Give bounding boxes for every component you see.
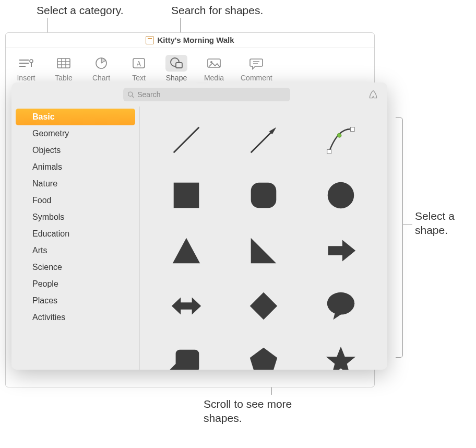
shape-square[interactable] — [165, 174, 207, 216]
svg-rect-2 — [19, 66, 26, 67]
shapes-popover: BasicGeometryObjectsAnimalsNatureFoodSym… — [11, 82, 387, 370]
category-activities[interactable]: Activities — [16, 309, 135, 326]
insert-label: Insert — [17, 74, 35, 82]
svg-rect-26 — [327, 149, 331, 154]
category-food[interactable]: Food — [16, 192, 135, 209]
category-animals[interactable]: Animals — [16, 159, 135, 175]
svg-point-28 — [337, 133, 341, 137]
shape-triangle[interactable] — [165, 230, 207, 272]
svg-marker-35 — [172, 297, 201, 314]
media-icon — [206, 56, 222, 70]
svg-point-3 — [30, 60, 33, 63]
category-places[interactable]: Places — [16, 292, 135, 309]
svg-marker-36 — [250, 292, 277, 320]
svg-rect-1 — [19, 63, 29, 64]
category-science[interactable]: Science — [16, 259, 135, 276]
table-button[interactable]: Table — [53, 55, 75, 82]
window-titlebar: Kitty's Morning Walk — [6, 33, 374, 48]
category-list[interactable]: BasicGeometryObjectsAnimalsNatureFoodSym… — [11, 107, 140, 370]
shape-callout-box[interactable] — [165, 340, 207, 370]
popover-header — [11, 82, 387, 107]
insert-icon — [18, 56, 34, 70]
svg-rect-29 — [174, 183, 199, 208]
category-symbols[interactable]: Symbols — [16, 209, 135, 226]
shape-circle[interactable] — [320, 174, 362, 216]
comment-icon — [248, 56, 264, 70]
text-button[interactable]: A Text — [128, 55, 150, 82]
shape-grid[interactable] — [140, 107, 387, 370]
svg-marker-33 — [251, 238, 277, 264]
shape-icon — [169, 56, 184, 70]
callout-search: Search for shapes. — [171, 3, 263, 17]
svg-marker-42 — [326, 347, 355, 370]
shape-speech-bubble[interactable] — [320, 285, 362, 327]
svg-line-23 — [174, 127, 199, 153]
toolbar: Insert Table Chart A Text Shape Media Co… — [6, 48, 374, 85]
category-geometry[interactable]: Geometry — [16, 125, 135, 142]
document-icon — [146, 36, 154, 44]
svg-point-21 — [128, 92, 133, 96]
draw-shape-button[interactable] — [366, 89, 380, 100]
svg-rect-0 — [19, 60, 29, 61]
category-objects[interactable]: Objects — [16, 142, 135, 159]
svg-point-37 — [327, 292, 354, 315]
shape-arrow-right[interactable] — [320, 230, 362, 272]
shape-pentagon[interactable] — [243, 340, 284, 370]
svg-marker-41 — [250, 348, 277, 370]
pen-icon — [368, 89, 378, 100]
svg-point-18 — [210, 61, 212, 63]
text-icon: A — [131, 56, 147, 70]
shape-label: Shape — [166, 74, 187, 82]
shape-arrow-line[interactable] — [243, 119, 284, 161]
chart-label: Chart — [92, 74, 110, 82]
media-button[interactable]: Media — [203, 55, 225, 82]
svg-rect-39 — [176, 350, 199, 370]
svg-marker-34 — [328, 240, 355, 262]
category-basic[interactable]: Basic — [16, 109, 135, 125]
category-people[interactable]: People — [16, 276, 135, 292]
svg-rect-16 — [176, 63, 182, 68]
shape-arrow-bidir[interactable] — [165, 285, 207, 327]
svg-rect-4 — [31, 63, 32, 67]
svg-line-22 — [132, 96, 134, 97]
chart-icon — [93, 56, 109, 70]
callout-scroll: Scroll to see more shapes. — [204, 397, 308, 426]
shape-button[interactable]: Shape — [165, 55, 187, 82]
callout-bracket-shape — [396, 117, 403, 358]
table-label: Table — [55, 74, 72, 82]
callout-line-shape — [403, 225, 412, 225]
comment-button[interactable]: Comment — [241, 55, 272, 82]
shape-rounded-square[interactable] — [243, 174, 284, 216]
callout-category: Select a category. — [37, 3, 124, 17]
chart-button[interactable]: Chart — [90, 55, 112, 82]
insert-button[interactable]: Insert — [15, 55, 37, 82]
svg-rect-27 — [350, 127, 354, 132]
svg-point-31 — [328, 182, 354, 209]
document-title: Kitty's Morning Walk — [157, 36, 234, 44]
category-education[interactable]: Education — [16, 226, 135, 242]
search-icon — [127, 91, 134, 98]
callout-shape: Select a shape. — [415, 209, 472, 238]
svg-text:A: A — [136, 60, 142, 68]
category-arts[interactable]: Arts — [16, 242, 135, 259]
shape-line[interactable] — [165, 119, 207, 161]
shape-curve[interactable] — [320, 119, 362, 161]
comment-label: Comment — [241, 74, 272, 82]
media-label: Media — [204, 74, 224, 82]
search-field[interactable] — [123, 88, 290, 101]
shape-star[interactable] — [320, 340, 362, 370]
search-input[interactable] — [137, 90, 286, 99]
table-icon — [56, 56, 72, 70]
category-nature[interactable]: Nature — [16, 175, 135, 192]
text-label: Text — [132, 74, 146, 82]
shape-diamond[interactable] — [243, 285, 284, 327]
svg-rect-5 — [57, 58, 70, 68]
svg-marker-32 — [173, 238, 200, 264]
shape-right-triangle[interactable] — [243, 230, 284, 272]
svg-rect-30 — [251, 183, 277, 208]
